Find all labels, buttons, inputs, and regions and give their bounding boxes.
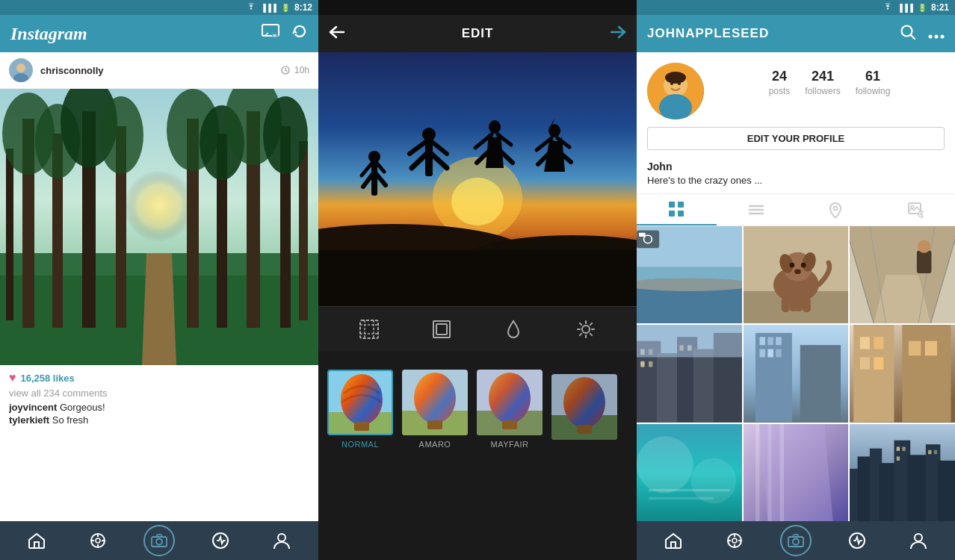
svg-rect-186 xyxy=(767,349,773,358)
post-time-text: 10h xyxy=(294,65,309,75)
brightness-tool[interactable] xyxy=(569,313,602,346)
profile-bio-name: John xyxy=(647,161,945,172)
svg-rect-153 xyxy=(781,298,789,313)
edit-back-button[interactable] xyxy=(329,24,345,43)
profile-more-icon[interactable] xyxy=(928,25,945,43)
svg-rect-200 xyxy=(649,489,730,491)
tab-list[interactable] xyxy=(717,194,797,225)
nav-home[interactable] xyxy=(21,525,52,556)
edit-profile-button[interactable]: EDIT YOUR PROFILE xyxy=(647,127,945,150)
comment-1-user[interactable]: joyvincent xyxy=(9,402,57,413)
filter-mayfair[interactable]: MAYFAIR xyxy=(477,370,543,449)
profile-panel: ▐▐▐ 🔋 8:21 JOHNAPPLESEED xyxy=(637,0,955,560)
following-stat[interactable]: 61 following xyxy=(856,69,891,96)
svg-point-150 xyxy=(789,263,794,268)
post-actions: ♥ 16,258 likes view all 234 comments joy… xyxy=(0,365,318,430)
posts-stat[interactable]: 24 posts xyxy=(769,69,791,96)
followers-stat[interactable]: 241 followers xyxy=(805,69,840,96)
filter-amaro-thumb xyxy=(402,370,468,435)
svg-rect-189 xyxy=(854,325,894,422)
svg-rect-205 xyxy=(767,424,771,521)
inbox-icon[interactable]: ✉ xyxy=(262,24,279,43)
profile-search-icon[interactable] xyxy=(900,24,916,44)
profile-nav-activity[interactable] xyxy=(841,525,873,556)
grid-photo-8[interactable] xyxy=(744,424,849,521)
frame-tool[interactable] xyxy=(425,313,458,346)
svg-line-87 xyxy=(580,333,581,335)
edit-next-button[interactable] xyxy=(610,24,626,43)
post-photo[interactable] xyxy=(0,89,318,365)
grid-photo-1[interactable] xyxy=(637,226,742,323)
edit-photo xyxy=(318,52,637,306)
nav-explore[interactable] xyxy=(82,525,114,556)
svg-point-198 xyxy=(637,436,693,493)
nav-profile[interactable] xyxy=(266,525,297,556)
comment-1-text: Gorgeous! xyxy=(60,402,105,413)
svg-rect-168 xyxy=(657,353,679,422)
wifi-icon xyxy=(246,3,256,13)
filter-normal[interactable]: NORMAL xyxy=(327,370,393,449)
post-time: 10h xyxy=(281,65,309,75)
grid-photo-5[interactable] xyxy=(744,325,849,422)
edit-status-bar xyxy=(318,0,637,15)
grid-photo-7[interactable] xyxy=(637,424,742,521)
adjust-tool[interactable] xyxy=(353,313,386,346)
nav-camera[interactable] xyxy=(143,525,175,556)
svg-rect-215 xyxy=(938,461,955,521)
svg-rect-112 xyxy=(577,425,592,434)
filter-normal-thumb xyxy=(327,370,393,435)
post-username[interactable]: chrisconnolly xyxy=(40,65,104,76)
tab-location[interactable] xyxy=(796,194,876,225)
comment-2-user[interactable]: tylerkieft xyxy=(9,414,49,426)
grid-photo-9[interactable] xyxy=(850,424,955,521)
profile-nav-home[interactable] xyxy=(658,525,689,556)
nav-activity[interactable] xyxy=(205,525,236,556)
svg-rect-191 xyxy=(860,337,870,349)
grid-photo-3[interactable] xyxy=(850,226,955,323)
edit-filters-row: NORMAL xyxy=(318,351,637,467)
svg-rect-192 xyxy=(874,337,884,349)
svg-rect-125 xyxy=(678,202,684,208)
feed-bottom-nav xyxy=(0,521,318,560)
tab-tagged[interactable] xyxy=(876,194,956,225)
svg-line-8 xyxy=(285,70,288,72)
svg-rect-72 xyxy=(360,320,378,338)
profile-nav-camera[interactable] xyxy=(780,525,812,556)
svg-line-86 xyxy=(590,323,592,324)
svg-rect-190 xyxy=(903,325,951,422)
filter-extra[interactable] xyxy=(551,374,617,444)
likes-count: 16,258 likes xyxy=(21,373,75,384)
filter-extra-thumb xyxy=(551,374,617,440)
comments-link[interactable]: view all 234 comments xyxy=(9,388,309,399)
svg-rect-184 xyxy=(776,337,782,346)
filter-amaro[interactable]: AMARO xyxy=(402,370,468,449)
profile-bottom-nav xyxy=(637,521,955,560)
profile-grid-tabs xyxy=(637,193,955,226)
svg-point-4 xyxy=(16,63,25,72)
drop-tool[interactable] xyxy=(497,313,530,346)
profile-stats: 24 posts 241 followers 61 following xyxy=(714,69,945,96)
svg-rect-175 xyxy=(649,361,652,367)
svg-point-131 xyxy=(834,207,838,211)
profile-nav-explore[interactable] xyxy=(719,525,750,556)
svg-rect-194 xyxy=(874,358,884,370)
svg-point-230 xyxy=(915,534,922,541)
grid-photo-4[interactable] xyxy=(637,325,742,422)
profile-nav-profile[interactable] xyxy=(903,525,934,556)
grid-photo-2[interactable] xyxy=(744,226,849,323)
profile-avatar xyxy=(647,63,704,119)
svg-point-165 xyxy=(918,240,930,252)
svg-rect-22 xyxy=(6,149,13,320)
feed-panel: ▐▐▐ 🔋 8:12 Instagram ✉ xyxy=(0,0,318,560)
tab-grid[interactable] xyxy=(637,194,717,225)
svg-point-39 xyxy=(156,539,162,545)
comment-1: joyvincent Gorgeous! xyxy=(9,402,309,413)
svg-rect-180 xyxy=(755,333,792,422)
profile-time: 8:21 xyxy=(931,2,949,13)
refresh-icon[interactable] xyxy=(291,23,308,44)
grid-photo-6[interactable] xyxy=(850,325,955,422)
svg-point-120 xyxy=(665,72,686,84)
svg-rect-218 xyxy=(897,456,900,460)
heart-icon[interactable]: ♥ xyxy=(9,371,16,385)
svg-rect-183 xyxy=(767,337,773,346)
